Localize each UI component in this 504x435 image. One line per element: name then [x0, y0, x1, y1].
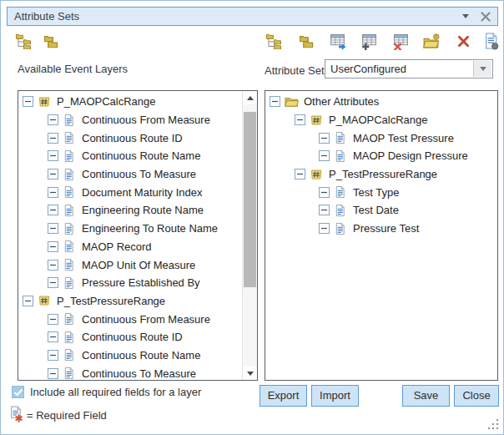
collapse-box-icon[interactable]	[319, 187, 330, 198]
attribute-set-combobox[interactable]: UserConfigured	[325, 59, 493, 78]
tree-item-label: Continuous Route ID	[82, 132, 183, 144]
expand-event-layers-icon[interactable]	[14, 32, 33, 50]
collapse-box-icon[interactable]	[319, 223, 330, 234]
field-document-icon	[334, 222, 348, 235]
collapse-box-icon[interactable]	[48, 150, 58, 161]
tree-item[interactable]: Continuous Route Name	[18, 346, 243, 365]
import-button[interactable]: Import	[311, 385, 359, 407]
collapse-box-icon[interactable]	[48, 169, 58, 180]
tree-item-label: P_TestPressureRange	[329, 168, 437, 180]
collapse-box-icon[interactable]	[270, 96, 280, 107]
collapse-box-icon[interactable]	[295, 169, 305, 180]
dialog-close-icon[interactable]	[481, 12, 491, 22]
collapse-box-icon[interactable]	[23, 296, 33, 306]
tree-item[interactable]: Continuous From Measure	[18, 111, 243, 129]
tree-item[interactable]: P_MAOPCalcRange	[18, 93, 243, 111]
field-document-icon	[63, 131, 77, 144]
collapse-box-icon[interactable]	[48, 241, 58, 252]
tree-item[interactable]: P_TestPressureRange	[18, 292, 243, 311]
tree-item-label: MAOP Design Pressure	[353, 149, 468, 162]
collapse-box-icon[interactable]	[48, 223, 58, 234]
collapse-box-icon[interactable]	[48, 368, 58, 379]
close-button[interactable]: Close	[454, 385, 499, 407]
scrollbar-thumb[interactable]	[244, 112, 256, 287]
tree-item[interactable]: MAOP Design Pressure	[265, 147, 497, 165]
collapse-box-icon[interactable]	[48, 314, 58, 325]
tree-item[interactable]: Continuous Route Name	[18, 147, 243, 165]
field-document-icon	[63, 168, 77, 181]
tree-item[interactable]: Continuous To Measure	[18, 364, 243, 380]
required-field-icon	[9, 406, 24, 422]
tree-item[interactable]: Test Date	[265, 201, 497, 220]
field-document-icon	[63, 348, 77, 362]
folder-settings-icon[interactable]	[422, 32, 441, 50]
collapse-box-icon[interactable]	[48, 277, 58, 288]
delete-x-icon[interactable]	[454, 32, 472, 50]
tree-item-label: P_MAOPCalcRange	[57, 95, 156, 108]
tree-item-label: Continuous To Measure	[82, 367, 196, 380]
table-export-icon[interactable]	[328, 32, 346, 50]
collapse-box-icon[interactable]	[23, 96, 33, 107]
tree-item[interactable]: Continuous To Measure	[18, 165, 243, 184]
collapse-box-icon[interactable]	[319, 205, 330, 215]
attribute-set-panel: Other AttributesP_MAOPCalcRangeMAOP Test…	[265, 90, 498, 381]
collapse-box-icon[interactable]	[319, 133, 330, 144]
tree-item[interactable]: Pressure Established By	[18, 274, 243, 292]
collapse-box-icon[interactable]	[48, 350, 58, 361]
resize-grip[interactable]	[488, 419, 501, 432]
tree-item[interactable]: Document Maturity Index	[18, 183, 243, 201]
collapse-box-icon[interactable]	[48, 260, 58, 271]
tree-item[interactable]: MAOP Unit Of Measure	[18, 255, 243, 274]
collapse-box-icon[interactable]	[319, 150, 330, 161]
collapse-box-icon[interactable]	[295, 114, 305, 125]
collapse-box-icon[interactable]	[48, 187, 58, 198]
table-add-icon[interactable]	[360, 32, 378, 50]
dialog-titlebar: Attribute Sets	[7, 7, 498, 26]
table-remove-icon[interactable]	[391, 32, 410, 50]
attribute-set-label: Attribute Set:	[265, 64, 327, 77]
tree-item[interactable]: MAOP Test Pressure	[265, 129, 497, 147]
tree-item-label: MAOP Test Pressure	[353, 132, 454, 144]
tree-item[interactable]: Test Type	[265, 183, 497, 201]
tree-item[interactable]: Continuous Route ID	[18, 129, 243, 147]
collapse-box-icon[interactable]	[48, 205, 58, 215]
expand-attribute-tree-icon[interactable]	[265, 32, 283, 50]
tree-item[interactable]: Engineering To Route Name	[18, 220, 243, 238]
tree-item-label: Continuous Route Name	[82, 349, 200, 362]
tree-item[interactable]: Other Attributes	[265, 93, 497, 111]
tree-item[interactable]: MAOP Record	[18, 238, 243, 256]
export-button[interactable]: Export	[260, 385, 307, 407]
attribute-set-dropdown-button[interactable]	[473, 61, 491, 77]
tree-item-label: P_MAOPCalcRange	[329, 114, 428, 126]
field-document-icon	[63, 312, 77, 326]
available-event-layers-tree: P_MAOPCalcRangeContinuous From MeasureCo…	[18, 91, 243, 380]
tree-item[interactable]: Engineering Route Name	[18, 201, 243, 220]
available-event-layers-panel: P_MAOPCalcRangeContinuous From MeasureCo…	[18, 90, 258, 381]
dialog-title: Attribute Sets	[14, 10, 79, 23]
scroll-down-button[interactable]	[243, 367, 257, 380]
event-layer-icon	[38, 95, 52, 109]
field-document-icon	[63, 240, 77, 253]
collapse-box-icon[interactable]	[48, 114, 58, 125]
tree-item[interactable]: Pressure Test	[265, 220, 497, 238]
include-required-fields-checkbox[interactable]	[12, 386, 24, 398]
tree-item[interactable]: P_MAOPCalcRange	[265, 111, 497, 129]
field-document-icon	[63, 258, 77, 271]
tree-item-label: Test Date	[353, 204, 399, 216]
collapse-attribute-tree-icon[interactable]	[296, 32, 315, 50]
dialog-menu-caret-icon[interactable]	[462, 14, 469, 18]
field-document-icon	[63, 114, 77, 127]
collapse-box-icon[interactable]	[48, 133, 58, 144]
tree-item[interactable]: P_TestPressureRange	[265, 165, 497, 184]
attribute-set-tree: Other AttributesP_MAOPCalcRangeMAOP Test…	[265, 91, 497, 380]
left-tree-scrollbar[interactable]	[242, 91, 257, 380]
save-button[interactable]: Save	[402, 385, 450, 407]
tree-item-label: Document Maturity Index	[82, 186, 203, 199]
document-settings-icon[interactable]	[482, 32, 501, 50]
collapse-event-layers-icon[interactable]	[41, 32, 59, 50]
scroll-up-button[interactable]	[243, 91, 257, 104]
tree-item[interactable]: Continuous From Measure	[18, 310, 243, 328]
collapse-box-icon[interactable]	[48, 331, 58, 342]
tree-item-label: Test Type	[353, 186, 399, 199]
tree-item[interactable]: Continuous Route ID	[18, 328, 243, 346]
